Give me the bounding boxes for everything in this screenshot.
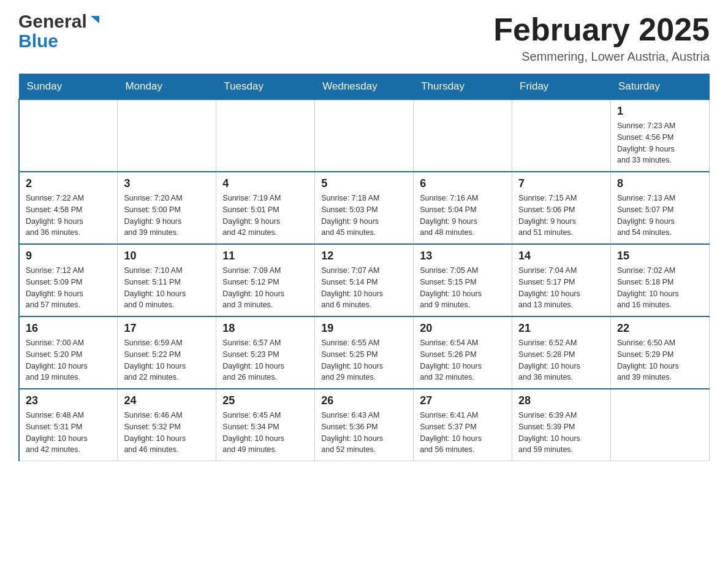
day-of-week-header: Sunday bbox=[19, 74, 118, 100]
calendar-day-cell: 20Sunrise: 6:54 AM Sunset: 5:26 PM Dayli… bbox=[414, 316, 512, 389]
day-number: 27 bbox=[420, 394, 506, 407]
logo-arrow-icon bbox=[88, 13, 102, 29]
calendar-day-cell bbox=[315, 99, 414, 172]
day-number: 21 bbox=[518, 322, 604, 335]
page-header: General Blue February 2025 Semmering, Lo… bbox=[18, 12, 710, 64]
calendar-day-cell bbox=[19, 99, 118, 172]
calendar-week-row: 16Sunrise: 7:00 AM Sunset: 5:20 PM Dayli… bbox=[19, 316, 710, 389]
day-sun-info: Sunrise: 7:22 AM Sunset: 4:58 PM Dayligh… bbox=[26, 193, 111, 239]
location-subtitle: Semmering, Lower Austria, Austria bbox=[493, 50, 710, 64]
title-section: February 2025 Semmering, Lower Austria, … bbox=[493, 12, 710, 64]
day-number: 9 bbox=[26, 250, 111, 262]
day-number: 23 bbox=[26, 394, 111, 407]
day-number: 13 bbox=[420, 250, 506, 262]
day-number: 3 bbox=[124, 177, 210, 190]
day-sun-info: Sunrise: 6:46 AM Sunset: 5:32 PM Dayligh… bbox=[124, 410, 210, 456]
day-sun-info: Sunrise: 6:52 AM Sunset: 5:28 PM Dayligh… bbox=[518, 337, 604, 383]
day-sun-info: Sunrise: 7:09 AM Sunset: 5:12 PM Dayligh… bbox=[222, 265, 308, 311]
calendar-day-cell bbox=[414, 99, 512, 172]
calendar-day-cell: 25Sunrise: 6:45 AM Sunset: 5:34 PM Dayli… bbox=[216, 389, 315, 461]
day-sun-info: Sunrise: 7:05 AM Sunset: 5:15 PM Dayligh… bbox=[420, 265, 506, 311]
day-sun-info: Sunrise: 6:59 AM Sunset: 5:22 PM Dayligh… bbox=[124, 337, 210, 383]
day-sun-info: Sunrise: 7:12 AM Sunset: 5:09 PM Dayligh… bbox=[26, 265, 111, 311]
day-sun-info: Sunrise: 7:19 AM Sunset: 5:01 PM Dayligh… bbox=[222, 193, 308, 239]
calendar-week-row: 9Sunrise: 7:12 AM Sunset: 5:09 PM Daylig… bbox=[19, 244, 710, 316]
calendar-day-cell: 4Sunrise: 7:19 AM Sunset: 5:01 PM Daylig… bbox=[216, 172, 315, 244]
month-title: February 2025 bbox=[493, 12, 710, 47]
day-sun-info: Sunrise: 7:02 AM Sunset: 5:18 PM Dayligh… bbox=[617, 265, 703, 311]
calendar-day-cell bbox=[512, 99, 611, 172]
day-number: 15 bbox=[617, 250, 703, 262]
day-number: 25 bbox=[222, 394, 308, 407]
calendar-week-row: 23Sunrise: 6:48 AM Sunset: 5:31 PM Dayli… bbox=[19, 389, 710, 461]
calendar-day-cell: 7Sunrise: 7:15 AM Sunset: 5:06 PM Daylig… bbox=[512, 172, 611, 244]
day-sun-info: Sunrise: 7:15 AM Sunset: 5:06 PM Dayligh… bbox=[518, 193, 604, 239]
day-sun-info: Sunrise: 7:00 AM Sunset: 5:20 PM Dayligh… bbox=[26, 337, 111, 383]
day-number: 6 bbox=[420, 177, 506, 190]
calendar-day-cell: 18Sunrise: 6:57 AM Sunset: 5:23 PM Dayli… bbox=[216, 316, 315, 389]
calendar-day-cell: 28Sunrise: 6:39 AM Sunset: 5:39 PM Dayli… bbox=[512, 389, 611, 461]
day-of-week-header: Saturday bbox=[611, 74, 710, 100]
calendar-day-cell: 26Sunrise: 6:43 AM Sunset: 5:36 PM Dayli… bbox=[315, 389, 414, 461]
day-sun-info: Sunrise: 6:50 AM Sunset: 5:29 PM Dayligh… bbox=[617, 337, 703, 383]
day-sun-info: Sunrise: 6:45 AM Sunset: 5:34 PM Dayligh… bbox=[222, 410, 308, 456]
calendar-week-row: 2Sunrise: 7:22 AM Sunset: 4:58 PM Daylig… bbox=[19, 172, 710, 244]
calendar-day-cell: 13Sunrise: 7:05 AM Sunset: 5:15 PM Dayli… bbox=[414, 244, 512, 316]
calendar-day-cell: 15Sunrise: 7:02 AM Sunset: 5:18 PM Dayli… bbox=[611, 244, 710, 316]
day-number: 17 bbox=[124, 322, 210, 335]
calendar-day-cell: 6Sunrise: 7:16 AM Sunset: 5:04 PM Daylig… bbox=[414, 172, 512, 244]
calendar-day-cell: 16Sunrise: 7:00 AM Sunset: 5:20 PM Dayli… bbox=[19, 316, 118, 389]
calendar-day-cell: 1Sunrise: 7:23 AM Sunset: 4:56 PM Daylig… bbox=[611, 99, 710, 172]
day-of-week-header: Friday bbox=[512, 74, 611, 100]
day-sun-info: Sunrise: 6:48 AM Sunset: 5:31 PM Dayligh… bbox=[26, 410, 111, 456]
calendar-day-cell: 22Sunrise: 6:50 AM Sunset: 5:29 PM Dayli… bbox=[611, 316, 710, 389]
day-sun-info: Sunrise: 7:13 AM Sunset: 5:07 PM Dayligh… bbox=[617, 193, 703, 239]
calendar-day-cell: 27Sunrise: 6:41 AM Sunset: 5:37 PM Dayli… bbox=[414, 389, 512, 461]
calendar-day-cell: 9Sunrise: 7:12 AM Sunset: 5:09 PM Daylig… bbox=[19, 244, 118, 316]
day-sun-info: Sunrise: 6:39 AM Sunset: 5:39 PM Dayligh… bbox=[518, 410, 604, 456]
day-of-week-header: Tuesday bbox=[216, 74, 315, 100]
calendar-header-row: SundayMondayTuesdayWednesdayThursdayFrid… bbox=[19, 74, 710, 100]
day-number: 7 bbox=[518, 177, 604, 190]
calendar-day-cell: 3Sunrise: 7:20 AM Sunset: 5:00 PM Daylig… bbox=[118, 172, 216, 244]
day-number: 22 bbox=[617, 322, 703, 335]
calendar-day-cell bbox=[611, 389, 710, 461]
day-sun-info: Sunrise: 7:23 AM Sunset: 4:56 PM Dayligh… bbox=[617, 120, 703, 166]
day-number: 19 bbox=[321, 322, 407, 335]
calendar-day-cell: 11Sunrise: 7:09 AM Sunset: 5:12 PM Dayli… bbox=[216, 244, 315, 316]
day-number: 28 bbox=[518, 394, 604, 407]
calendar-day-cell: 14Sunrise: 7:04 AM Sunset: 5:17 PM Dayli… bbox=[512, 244, 611, 316]
calendar-day-cell: 24Sunrise: 6:46 AM Sunset: 5:32 PM Dayli… bbox=[118, 389, 216, 461]
day-number: 10 bbox=[124, 250, 210, 262]
calendar-day-cell: 10Sunrise: 7:10 AM Sunset: 5:11 PM Dayli… bbox=[118, 244, 216, 316]
day-number: 4 bbox=[222, 177, 308, 190]
day-sun-info: Sunrise: 6:43 AM Sunset: 5:36 PM Dayligh… bbox=[321, 410, 407, 456]
day-sun-info: Sunrise: 7:10 AM Sunset: 5:11 PM Dayligh… bbox=[124, 265, 210, 311]
day-number: 14 bbox=[518, 250, 604, 262]
day-sun-info: Sunrise: 6:57 AM Sunset: 5:23 PM Dayligh… bbox=[222, 337, 308, 383]
day-number: 8 bbox=[617, 177, 703, 190]
calendar-table: SundayMondayTuesdayWednesdayThursdayFrid… bbox=[18, 74, 710, 461]
day-sun-info: Sunrise: 7:04 AM Sunset: 5:17 PM Dayligh… bbox=[518, 265, 604, 311]
day-number: 12 bbox=[321, 250, 407, 262]
logo: General Blue bbox=[18, 12, 102, 52]
day-number: 24 bbox=[124, 394, 210, 407]
day-number: 11 bbox=[222, 250, 308, 262]
day-number: 18 bbox=[222, 322, 308, 335]
day-number: 16 bbox=[26, 322, 111, 335]
calendar-day-cell: 8Sunrise: 7:13 AM Sunset: 5:07 PM Daylig… bbox=[611, 172, 710, 244]
day-sun-info: Sunrise: 7:20 AM Sunset: 5:00 PM Dayligh… bbox=[124, 193, 210, 239]
day-number: 2 bbox=[26, 177, 111, 190]
day-sun-info: Sunrise: 6:54 AM Sunset: 5:26 PM Dayligh… bbox=[420, 337, 506, 383]
day-number: 5 bbox=[321, 177, 407, 190]
calendar-day-cell: 2Sunrise: 7:22 AM Sunset: 4:58 PM Daylig… bbox=[19, 172, 118, 244]
calendar-day-cell bbox=[118, 99, 216, 172]
calendar-day-cell: 23Sunrise: 6:48 AM Sunset: 5:31 PM Dayli… bbox=[19, 389, 118, 461]
day-sun-info: Sunrise: 7:18 AM Sunset: 5:03 PM Dayligh… bbox=[321, 193, 407, 239]
day-sun-info: Sunrise: 6:41 AM Sunset: 5:37 PM Dayligh… bbox=[420, 410, 506, 456]
logo-general-text: General bbox=[18, 12, 87, 31]
calendar-day-cell bbox=[216, 99, 315, 172]
calendar-day-cell: 17Sunrise: 6:59 AM Sunset: 5:22 PM Dayli… bbox=[118, 316, 216, 389]
day-number: 26 bbox=[321, 394, 407, 407]
day-sun-info: Sunrise: 7:16 AM Sunset: 5:04 PM Dayligh… bbox=[420, 193, 506, 239]
